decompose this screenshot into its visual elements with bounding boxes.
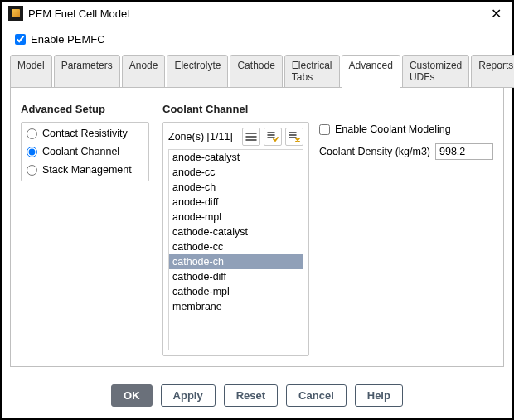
zone-item[interactable]: cathode-mpl [169, 284, 303, 299]
coolant-density-label: Coolant Density (kg/m3) [319, 146, 430, 157]
window-title: PEM Fuel Cell Model [28, 7, 129, 20]
titlebar: PEM Fuel Cell Model ✕ [2, 2, 512, 25]
tab-anode[interactable]: Anode [122, 55, 166, 88]
tab-parameters[interactable]: Parameters [54, 55, 120, 88]
tab-model[interactable]: Model [10, 55, 52, 88]
cancel-button[interactable]: Cancel [286, 384, 347, 407]
tab-reports[interactable]: Reports [471, 55, 514, 88]
deselect-all-icon[interactable] [285, 128, 303, 146]
reset-button[interactable]: Reset [224, 384, 278, 407]
tab-electrolyte[interactable]: Electrolyte [167, 55, 228, 88]
coolant-channel-title: Coolant Channel [162, 103, 493, 115]
zones-panel: Zone(s) [1/11] [162, 122, 309, 356]
enable-coolant-checkbox[interactable]: Enable Coolant Modeling [319, 123, 493, 135]
zone-item[interactable]: anode-mpl [169, 210, 303, 224]
coolant-settings: Enable Coolant Modeling Coolant Density … [319, 122, 493, 356]
advanced-setup-radio-group: Contact ResistivityCoolant ChannelStack … [21, 122, 149, 181]
tab-strip: ModelParametersAnodeElectrolyteCathodeEl… [10, 54, 504, 88]
advanced-main: Coolant Channel Zone(s) [1/11] [162, 103, 493, 356]
zone-item[interactable]: anode-ch [169, 180, 303, 195]
coolant-density-input[interactable] [435, 143, 493, 160]
enable-pemfc-checkbox[interactable]: Enable PEMFC [10, 28, 504, 54]
tab-advanced[interactable]: Advanced [342, 55, 400, 88]
close-icon[interactable]: ✕ [486, 5, 506, 22]
advanced-setup-title: Advanced Setup [21, 103, 149, 115]
filter-icon[interactable] [242, 128, 260, 146]
advanced-option-stack-management[interactable]: Stack Management [27, 164, 143, 176]
zone-item[interactable]: anode-catalyst [169, 150, 303, 165]
tab-cathode[interactable]: Cathode [230, 55, 282, 88]
enable-pemfc-label: Enable PEMFC [31, 33, 105, 46]
zone-item[interactable]: cathode-cc [169, 239, 303, 254]
advanced-sidebar: Advanced Setup Contact ResistivityCoolan… [21, 103, 149, 356]
zones-count-label: Zone(s) [1/11] [168, 131, 239, 142]
zone-list[interactable]: anode-catalystanode-ccanode-chanode-diff… [168, 149, 303, 350]
zone-item[interactable]: anode-diff [169, 195, 303, 210]
enable-coolant-label: Enable Coolant Modeling [335, 123, 451, 135]
zone-item[interactable]: membrane [169, 299, 303, 314]
tab-customized-udfs[interactable]: Customized UDFs [402, 55, 469, 88]
apply-button[interactable]: Apply [161, 384, 216, 407]
footer-buttons: OK Apply Reset Cancel Help [2, 374, 512, 418]
zone-item[interactable]: cathode-catalyst [169, 224, 303, 239]
tab-electrical-tabs[interactable]: Electrical Tabs [284, 55, 340, 88]
pemfc-dialog: PEM Fuel Cell Model ✕ Enable PEMFC Model… [0, 0, 514, 420]
zone-item[interactable]: anode-cc [169, 165, 303, 180]
app-icon [8, 6, 23, 21]
zone-item[interactable]: cathode-diff [169, 269, 303, 284]
help-button[interactable]: Help [355, 384, 403, 407]
zone-item[interactable]: cathode-ch [169, 254, 303, 269]
ok-button[interactable]: OK [111, 384, 153, 407]
select-all-icon[interactable] [264, 128, 282, 146]
advanced-option-coolant-channel[interactable]: Coolant Channel [27, 146, 143, 157]
advanced-tab-panel: Advanced Setup Contact ResistivityCoolan… [10, 88, 504, 367]
advanced-option-contact-resistivity[interactable]: Contact Resistivity [27, 128, 143, 139]
